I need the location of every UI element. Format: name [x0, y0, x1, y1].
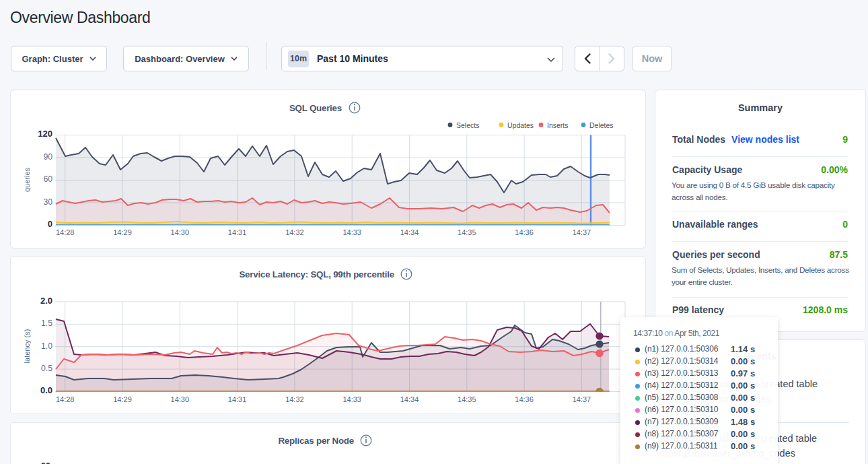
svg-text:14:33: 14:33 [342, 228, 361, 236]
svg-text:14:30: 14:30 [171, 228, 190, 236]
svg-text:14:28: 14:28 [56, 395, 75, 403]
svg-text:14:28: 14:28 [56, 228, 75, 236]
svg-text:60: 60 [41, 461, 50, 464]
svg-text:Selects: Selects [456, 121, 479, 129]
svg-text:14:37: 14:37 [573, 395, 591, 403]
svg-text:14:34: 14:34 [400, 228, 419, 236]
svg-text:queries: queries [23, 167, 31, 192]
svg-text:1.5: 1.5 [41, 319, 52, 328]
svg-text:90: 90 [43, 152, 52, 162]
svg-text:30: 30 [43, 197, 52, 207]
svg-text:Service Latency: SQL, 99th per: Service Latency: SQL, 99th percentile [239, 269, 394, 279]
svg-text:latency (s): latency (s) [23, 329, 31, 364]
svg-text:0.5: 0.5 [41, 364, 52, 373]
svg-text:2.0: 2.0 [40, 296, 52, 306]
svg-text:Deletes: Deletes [589, 121, 614, 129]
svg-text:0.0: 0.0 [40, 385, 52, 395]
svg-text:0: 0 [48, 219, 52, 229]
svg-text:14:29: 14:29 [113, 395, 132, 403]
svg-text:Inserts: Inserts [547, 121, 569, 129]
svg-text:1.0: 1.0 [41, 341, 52, 351]
svg-text:14:35: 14:35 [458, 395, 476, 403]
svg-text:14:29: 14:29 [113, 228, 132, 236]
svg-text:SQL Queries: SQL Queries [289, 103, 342, 113]
svg-text:Updates: Updates [507, 121, 534, 129]
svg-text:60: 60 [43, 174, 52, 184]
svg-text:14:34: 14:34 [400, 395, 419, 403]
svg-text:14:32: 14:32 [285, 395, 304, 403]
svg-text:14:36: 14:36 [515, 228, 534, 236]
svg-text:120: 120 [38, 129, 52, 139]
svg-text:14:36: 14:36 [515, 395, 534, 403]
svg-text:14:31: 14:31 [228, 395, 247, 403]
svg-text:14:37: 14:37 [573, 228, 591, 236]
svg-text:14:32: 14:32 [285, 228, 304, 236]
svg-text:14:35: 14:35 [458, 228, 476, 236]
svg-text:Replicas per Node: Replicas per Node [278, 436, 354, 446]
svg-text:14:30: 14:30 [171, 395, 190, 403]
svg-text:14:31: 14:31 [228, 228, 247, 236]
svg-text:14:33: 14:33 [342, 395, 361, 403]
